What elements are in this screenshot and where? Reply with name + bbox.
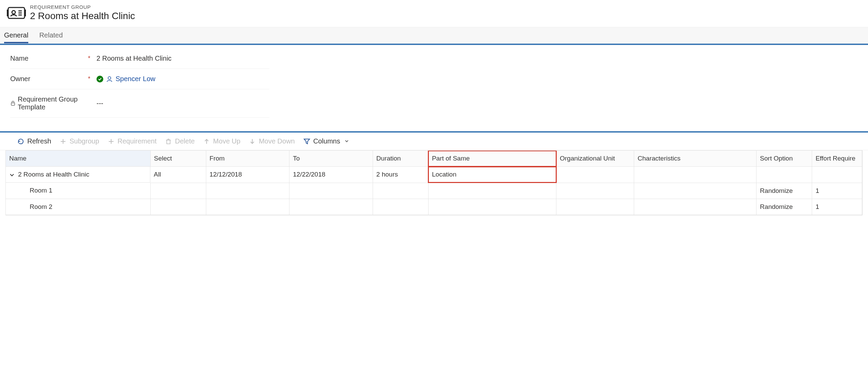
col-header-duration[interactable]: Duration [373, 151, 428, 167]
owner-field[interactable]: Spencer Low [96, 75, 269, 83]
svg-rect-6 [11, 103, 15, 105]
columns-label: Columns [313, 137, 340, 145]
col-header-select[interactable]: Select [150, 151, 206, 167]
cell-sort-option[interactable] [757, 167, 812, 183]
cell-select[interactable]: All [150, 167, 206, 183]
move-up-button: Move Up [203, 137, 240, 145]
refresh-icon [17, 138, 25, 145]
form-row-owner: Owner * Spencer Low [10, 69, 269, 89]
col-header-from[interactable]: From [206, 151, 289, 167]
page-header: REQUIREMENT GROUP 2 Rooms at Health Clin… [0, 0, 868, 27]
col-header-org-unit[interactable]: Organizational Unit [556, 151, 634, 167]
lock-icon [10, 101, 16, 106]
cell-from[interactable] [206, 183, 289, 199]
col-header-characteristics[interactable]: Characteristics [634, 151, 757, 167]
tab-general[interactable]: General [4, 27, 28, 43]
cell-to[interactable] [289, 199, 373, 215]
requirements-grid: Name Select From To Duration Part of Sam… [5, 150, 863, 215]
grid-header-row: Name Select From To Duration Part of Sam… [6, 151, 862, 167]
refresh-button[interactable]: Refresh [17, 137, 51, 145]
name-value: 2 Rooms at Health Clinic [96, 55, 171, 62]
cell-effort-required[interactable]: 1 [812, 183, 862, 199]
cell-select[interactable] [150, 199, 206, 215]
cell-from[interactable] [206, 199, 289, 215]
columns-button[interactable]: Columns [303, 137, 349, 145]
tab-related[interactable]: Related [39, 27, 63, 43]
cell-name[interactable]: 2 Rooms at Health Clinic [6, 167, 150, 183]
col-header-sort-option[interactable]: Sort Option [757, 151, 812, 167]
svg-point-5 [108, 77, 111, 79]
cell-characteristics[interactable] [634, 183, 757, 199]
cell-name[interactable]: Room 1 [6, 183, 150, 199]
cell-from[interactable]: 12/12/2018 [206, 167, 289, 183]
svg-point-1 [12, 11, 15, 14]
svg-rect-0 [8, 7, 25, 18]
cell-effort-required[interactable] [812, 167, 862, 183]
move-down-label: Move Down [259, 137, 295, 145]
table-row[interactable]: 2 Rooms at Health Clinic All 12/12/2018 … [6, 167, 862, 183]
plus-icon [59, 138, 67, 145]
delete-button: Delete [165, 137, 195, 145]
form-row-template: Requirement Group Template * --- [10, 89, 269, 118]
form-section: Name * 2 Rooms at Health Clinic Owner * … [0, 44, 868, 128]
cell-name[interactable]: Room 2 [6, 199, 150, 215]
cell-org-unit[interactable] [556, 167, 634, 183]
col-header-part-of-same[interactable]: Part of Same [428, 151, 556, 167]
cell-org-unit[interactable] [556, 183, 634, 199]
move-down-button: Move Down [249, 137, 295, 145]
cell-duration[interactable] [373, 199, 428, 215]
move-up-label: Move Up [213, 137, 240, 145]
owner-label: Owner [10, 75, 30, 83]
col-header-to[interactable]: To [289, 151, 373, 167]
check-icon [96, 76, 103, 82]
delete-label: Delete [175, 137, 195, 145]
name-label: Name [10, 55, 28, 62]
template-field: --- [96, 100, 269, 107]
row-name-label: Room 1 [9, 187, 53, 194]
chevron-down-icon[interactable] [9, 172, 15, 178]
entity-icon [7, 5, 26, 21]
tab-bar: General Related [0, 27, 868, 44]
col-header-name[interactable]: Name [6, 151, 150, 167]
template-label: Requirement Group Template [18, 95, 85, 111]
entity-type-label: REQUIREMENT GROUP [30, 4, 135, 10]
cell-characteristics[interactable] [634, 199, 757, 215]
cell-part-of-same[interactable] [428, 199, 556, 215]
cell-duration[interactable]: 2 hours [373, 167, 428, 183]
row-name-label: 2 Rooms at Health Clinic [18, 171, 89, 178]
plus-icon [107, 138, 115, 145]
name-field[interactable]: 2 Rooms at Health Clinic [96, 55, 269, 62]
arrow-up-icon [203, 138, 210, 145]
cell-select[interactable] [150, 183, 206, 199]
arrow-down-icon [249, 138, 256, 145]
owner-link[interactable]: Spencer Low [116, 75, 155, 83]
trash-icon [165, 138, 172, 145]
col-header-effort-required[interactable]: Effort Require [812, 151, 862, 167]
cell-duration[interactable] [373, 183, 428, 199]
requirement-button: Requirement [107, 137, 157, 145]
cell-part-of-same[interactable]: Location [428, 167, 556, 183]
refresh-label: Refresh [27, 137, 51, 145]
page-title: 2 Rooms at Health Clinic [30, 11, 135, 21]
svg-rect-11 [167, 140, 170, 144]
table-row[interactable]: Room 1 Randomize 1 [6, 183, 862, 199]
template-value: --- [96, 100, 103, 107]
requirement-label: Requirement [118, 137, 157, 145]
subgroup-button: Subgroup [59, 137, 99, 145]
grid-toolbar: Refresh Subgroup Requirement Delete [0, 133, 868, 150]
chevron-down-icon [344, 137, 349, 145]
cell-sort-option[interactable]: Randomize [757, 183, 812, 199]
form-row-name: Name * 2 Rooms at Health Clinic [10, 48, 269, 69]
cell-org-unit[interactable] [556, 199, 634, 215]
cell-part-of-same[interactable] [428, 183, 556, 199]
cell-to[interactable] [289, 183, 373, 199]
cell-characteristics[interactable] [634, 167, 757, 183]
person-icon [106, 76, 113, 82]
cell-sort-option[interactable]: Randomize [757, 199, 812, 215]
cell-to[interactable]: 12/22/2018 [289, 167, 373, 183]
table-row[interactable]: Room 2 Randomize 1 [6, 199, 862, 215]
cell-effort-required[interactable]: 1 [812, 199, 862, 215]
filter-icon [303, 138, 311, 145]
row-name-label: Room 2 [9, 203, 53, 210]
required-indicator: * [88, 55, 90, 62]
